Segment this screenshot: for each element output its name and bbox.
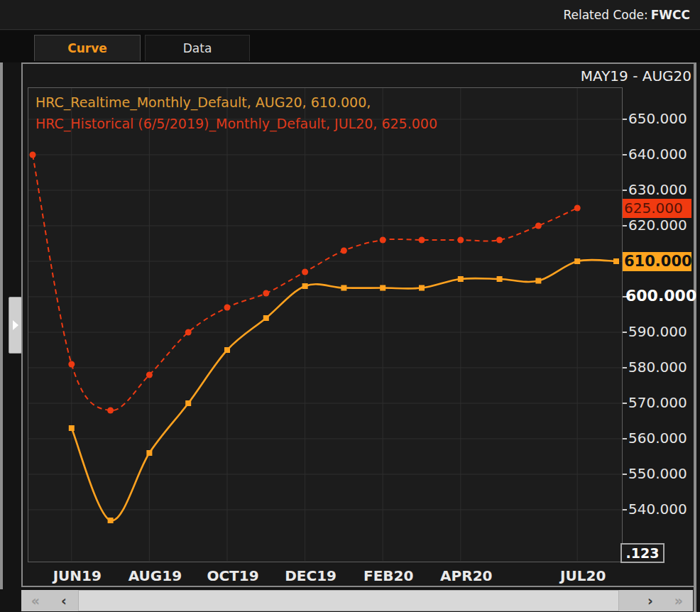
- data-point: [574, 258, 580, 264]
- data-point: [30, 152, 36, 158]
- data-point: [458, 276, 464, 282]
- data-point: [107, 408, 114, 414]
- decimal-format-button[interactable]: .123: [620, 543, 665, 563]
- data-point: [497, 276, 503, 282]
- scroll-step-right-button[interactable]: ›: [636, 590, 665, 611]
- data-point: [380, 237, 386, 244]
- terminal-window: Related Code: FWCC Curve Data MAY19 - AU…: [0, 0, 700, 612]
- chart-legend: HRC_Realtime_Monthly_Default, AUG20, 610…: [35, 92, 437, 134]
- data-point: [380, 285, 385, 291]
- data-point: [146, 372, 153, 378]
- data-point: [108, 518, 114, 523]
- scroll-step-left-button[interactable]: ‹: [50, 590, 78, 611]
- data-point: [185, 329, 192, 336]
- panel-expand-handle[interactable]: [9, 297, 22, 354]
- tab-data[interactable]: Data: [145, 35, 250, 61]
- data-point: [574, 205, 581, 212]
- data-point: [302, 269, 308, 275]
- data-point: [419, 285, 425, 291]
- data-point: [68, 361, 75, 368]
- related-code-value: FWCC: [651, 8, 690, 22]
- data-point: [457, 237, 464, 244]
- tab-curve[interactable]: Curve: [34, 35, 141, 61]
- scroll-page-right-button[interactable]: »: [665, 590, 693, 611]
- horizontal-scrollbar[interactable]: « ‹ › »: [21, 590, 693, 611]
- data-point: [185, 400, 191, 406]
- data-point: [69, 425, 75, 431]
- data-point: [535, 223, 542, 229]
- chevron-right-icon: [13, 320, 18, 330]
- data-point: [146, 450, 152, 456]
- related-code-label: Related Code:: [563, 8, 647, 22]
- tab-bar: Curve Data: [0, 31, 700, 62]
- data-point: [613, 258, 619, 264]
- data-point: [341, 248, 347, 254]
- data-point: [496, 237, 503, 244]
- data-point: [224, 347, 230, 353]
- data-point: [224, 305, 231, 311]
- scroll-page-left-button[interactable]: «: [21, 590, 50, 611]
- data-point: [341, 285, 346, 291]
- curve-chart: [28, 88, 622, 562]
- data-point: [302, 283, 308, 289]
- data-point: [263, 315, 269, 321]
- titlebar: Related Code: FWCC: [0, 0, 700, 30]
- date-range-label: MAY19 - AUG20: [581, 67, 691, 84]
- legend-historical-series: HRC_Historical (6/5/2019)_Monthly_Defaul…: [35, 113, 437, 134]
- series-line-0: [72, 260, 616, 520]
- legend-realtime-series: HRC_Realtime_Monthly_Default, AUG20, 610…: [35, 92, 437, 113]
- plot-area[interactable]: HRC_Realtime_Monthly_Default, AUG20, 610…: [28, 87, 623, 562]
- scrollbar-track[interactable]: [78, 590, 636, 611]
- data-point: [419, 237, 425, 244]
- data-point: [263, 290, 269, 297]
- data-point: [535, 278, 541, 284]
- scrollbar-thumb[interactable]: [78, 590, 619, 611]
- left-gutter: [0, 62, 3, 589]
